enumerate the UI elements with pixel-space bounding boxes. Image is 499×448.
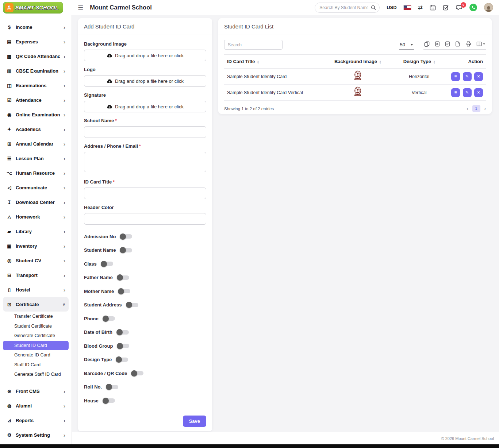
assign-button[interactable] (451, 88, 460, 97)
logo[interactable]: SMART SCHOOL (0, 2, 72, 13)
sidebar-toggle-button[interactable] (78, 4, 83, 11)
sidebar-item-alumni[interactable]: ◍ Alumni (3, 399, 69, 413)
father-name-toggle[interactable] (117, 275, 129, 280)
submenu-item-student-id-card[interactable]: Student ID Card (3, 341, 69, 351)
school-emblem-thumbnail[interactable] (353, 77, 362, 82)
sidebar-item-student-cv[interactable]: ◎ Student CV (3, 253, 69, 268)
column-header-background-image[interactable]: Background Image (323, 55, 391, 69)
currency-label[interactable]: USD (387, 5, 396, 10)
sidebar-item-reports[interactable]: ⊿ Reports (3, 413, 69, 428)
signature-dropzone[interactable]: Drag and drop a file here or click (84, 101, 206, 112)
barcode-qr-code-toggle[interactable] (131, 371, 143, 375)
sidebar-item-system-setting[interactable]: ⚙ System Setting (3, 428, 69, 443)
design-type-toggle[interactable] (116, 358, 128, 362)
house-toggle[interactable] (103, 398, 115, 403)
print-icon (465, 41, 471, 47)
sidebar-item-download-center[interactable]: ↧ Download Center (3, 195, 69, 209)
header-color-input[interactable] (84, 213, 206, 225)
column-header-design-type[interactable]: Design Type (392, 55, 447, 69)
logo-text: SMART SCHOOL (15, 5, 58, 11)
date-of-birth-toggle[interactable] (117, 330, 129, 335)
student-name-toggle-label: Student Name (84, 247, 116, 253)
certificate-icon: ⊡ (6, 302, 12, 307)
sidebar-item-certificate[interactable]: ⊡ Certificate (3, 297, 69, 312)
mother-name-toggle[interactable] (118, 289, 130, 293)
pdf-export-button[interactable] (455, 41, 460, 47)
submenu-item-generate-id-card[interactable]: Generate ID Card (3, 350, 69, 360)
page-size-select[interactable]: 50 (399, 41, 414, 50)
student-name-toggle[interactable] (120, 248, 132, 252)
submenu-item-student-certificate[interactable]: Student Certificate (3, 321, 69, 331)
tasks-icon[interactable] (443, 5, 449, 11)
submenu-item-staff-id-card[interactable]: Staff ID Card (3, 360, 69, 370)
sidebar-item-income[interactable]: $ Income (3, 20, 69, 34)
messages-icon[interactable]: 0 (456, 5, 462, 11)
edit-button[interactable] (463, 72, 472, 81)
delete-button[interactable] (474, 72, 483, 81)
annual-calendar-icon: ⊞ (6, 141, 12, 147)
sidebar-item-library[interactable]: ▰ Library (3, 224, 69, 239)
blood-group-toggle[interactable] (117, 344, 129, 348)
avatar[interactable] (484, 3, 493, 12)
column-visibility-button[interactable] (476, 42, 485, 46)
calendar-icon[interactable] (430, 5, 436, 11)
submenu-item-generate-certificate[interactable]: Generate Certificate (3, 331, 69, 341)
sidebar-item-online-examinations[interactable]: ◉ Online Examinations (3, 107, 69, 122)
page-number[interactable]: 1 (472, 105, 480, 112)
submenu-item-generate-staff-id-card[interactable]: Generate Staff ID Card (3, 370, 69, 379)
language-flag-icon[interactable] (404, 5, 411, 10)
sidebar-item-lesson-plan[interactable]: ☰ Lesson Plan (3, 151, 69, 166)
list-search-input[interactable] (224, 40, 283, 50)
school-emblem-thumbnail[interactable] (353, 93, 362, 99)
admission-no-toggle[interactable] (120, 234, 132, 239)
sidebar-item-communicate[interactable]: ◁ Communicate (3, 180, 69, 195)
sidebar-item-qr-code-attendance[interactable]: ▦ QR Code Attendance (3, 49, 69, 63)
sidebar-item-cbse-examination[interactable]: ▥ CBSE Examination (3, 63, 69, 78)
sidebar-item-annual-calendar[interactable]: ⊞ Annual Calendar (3, 136, 69, 151)
school-name-input[interactable] (84, 126, 206, 138)
excel-export-button[interactable] (435, 41, 440, 47)
edit-button[interactable] (463, 88, 472, 97)
column-header-id-card-title[interactable]: ID Card Title (224, 55, 323, 69)
class-toggle[interactable] (101, 262, 113, 266)
header-color-field: Header Color (84, 205, 206, 225)
prev-page-button[interactable] (467, 106, 468, 111)
delete-button[interactable] (474, 88, 483, 97)
library-label: Library (16, 229, 32, 234)
sidebar-item-front-cms[interactable]: ⊛ Front CMS (3, 384, 69, 399)
next-page-button[interactable] (484, 106, 486, 111)
global-search-input[interactable] (315, 3, 380, 13)
alumni-icon: ◍ (6, 403, 12, 409)
copy-button[interactable] (424, 41, 430, 47)
sidebar-item-homework[interactable]: △ Homework (3, 209, 69, 224)
csv-export-button[interactable] (445, 41, 450, 47)
sidebar-item-expenses[interactable]: ▤ Expenses (3, 34, 69, 49)
toggle-options: Admission No Student Name Class (84, 233, 206, 404)
sidebar-item-examinations[interactable]: ◫ Examinations (3, 78, 69, 93)
save-button[interactable]: Save (183, 416, 206, 427)
id-card-title-input[interactable] (84, 188, 206, 199)
sidebar-item-inventory[interactable]: ▣ Inventory (3, 239, 69, 253)
sidebar-item-academics[interactable]: ✦ Academics (3, 122, 69, 136)
logo-dropzone[interactable]: Drag and drop a file here or click (84, 75, 206, 87)
pdf-export-icon (455, 41, 460, 47)
address-phone-email-textarea[interactable] (84, 152, 206, 172)
swap-icon[interactable] (418, 4, 423, 11)
phone-toggle[interactable] (103, 316, 115, 321)
sidebar-item-attendance[interactable]: ☑ Attendance (3, 93, 69, 107)
roll-no-toggle[interactable] (106, 385, 118, 389)
assign-button[interactable] (451, 72, 460, 81)
student-address-toggle[interactable] (126, 303, 138, 307)
generate-certificate-label: Generate Certificate (14, 333, 55, 338)
submenu-item-transfer-certificate[interactable]: Transfer Certificate (3, 312, 69, 321)
print-button[interactable] (465, 41, 471, 47)
lesson-plan-icon: ☰ (6, 156, 12, 161)
sidebar-item-hostel[interactable]: ▯ Hostel (3, 282, 69, 297)
sidebar: $ Income ▤ Expenses ▦ QR Code Attendance… (0, 15, 72, 444)
sidebar-item-transport[interactable]: ⊟ Transport (3, 268, 69, 282)
academics-icon: ✦ (6, 127, 12, 132)
sidebar-item-human-resource[interactable]: ⌥ Human Resource (3, 166, 69, 180)
background-image-dropzone[interactable]: Drag and drop a file here or click (84, 50, 206, 61)
search-icon[interactable] (371, 5, 376, 10)
whatsapp-icon[interactable] (469, 4, 477, 11)
